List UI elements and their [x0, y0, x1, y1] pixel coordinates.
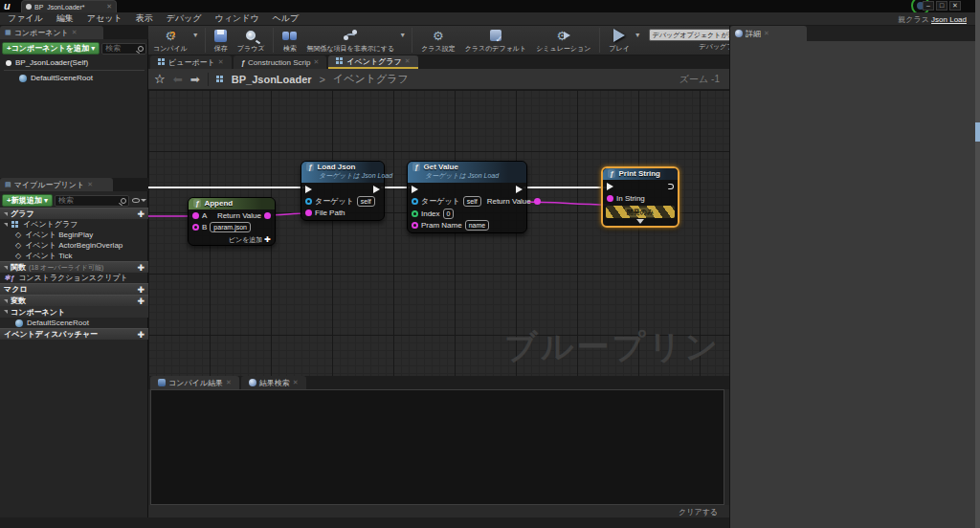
- tab-compiler-results[interactable]: コンパイル結果 ✕: [150, 376, 239, 389]
- section-event-dispatchers[interactable]: イベントディスパッチャー ✚: [0, 328, 148, 340]
- exec-out-pin[interactable]: [373, 186, 380, 193]
- pin-return-value[interactable]: [534, 198, 541, 205]
- section-variables[interactable]: 変数 ✚: [0, 295, 148, 306]
- myblueprint-search[interactable]: [55, 195, 129, 207]
- pin-index-value[interactable]: 0: [443, 209, 455, 219]
- play-options-caret[interactable]: ▼: [635, 32, 641, 38]
- node-append[interactable]: ƒAppend A Return Value B param.json ピンを追…: [188, 197, 276, 246]
- menu-asset[interactable]: アセット: [87, 12, 122, 25]
- visibility-filter-button[interactable]: [131, 195, 146, 207]
- menu-debug[interactable]: デバッグ: [167, 12, 202, 25]
- details-tab[interactable]: 詳細 ✕: [730, 26, 807, 41]
- menu-edit[interactable]: 編集: [56, 12, 74, 25]
- clear-button[interactable]: クリアする: [679, 507, 718, 517]
- add-component-button[interactable]: +コンポーネントを追加 ▾: [2, 42, 100, 55]
- myblueprint-search-input[interactable]: [56, 196, 128, 205]
- find-button[interactable]: 検索: [278, 26, 301, 55]
- pin-in-string[interactable]: [607, 195, 613, 202]
- section-functions[interactable]: 関数 (18 オーバーライド可能) ✚: [0, 261, 148, 273]
- pin-b[interactable]: [192, 224, 199, 231]
- add-pin-button[interactable]: ピンを追加 ✚: [229, 235, 271, 245]
- favorite-star-icon[interactable]: ☆: [154, 72, 166, 86]
- hide-unrelated-button[interactable]: 無関係な項目を非表示にする: [301, 26, 399, 55]
- tree-row-sceneroot[interactable]: DefaultSceneRoot: [0, 72, 148, 84]
- exec-in-pin[interactable]: [305, 186, 312, 193]
- maximize-button[interactable]: □: [936, 1, 947, 11]
- node-header[interactable]: ƒLoad Json ターゲットは Json Load: [301, 162, 384, 183]
- close-icon[interactable]: ✕: [764, 30, 769, 37]
- exec-out-pin[interactable]: [516, 186, 523, 193]
- pin-target-value[interactable]: self: [357, 196, 375, 207]
- item-event-tick[interactable]: ◇ イベント Tick: [0, 251, 148, 261]
- pin-param-value[interactable]: name: [465, 220, 490, 231]
- browse-button[interactable]: ブラウズ: [233, 26, 270, 55]
- compiler-results-output[interactable]: [150, 389, 724, 505]
- simulate-button[interactable]: ⚙ シミュレーション: [531, 26, 595, 55]
- add-dispatcher-icon[interactable]: ✚: [137, 330, 145, 340]
- menu-window[interactable]: ウィンドウ: [215, 12, 259, 25]
- components-tab[interactable]: ▦ コンポーネント ✕: [0, 26, 103, 39]
- breadcrumb-current[interactable]: イベントグラフ: [333, 72, 409, 86]
- blueprint-canvas[interactable]: ブループリント ƒAppend A Return Value: [148, 90, 729, 376]
- node-header[interactable]: ƒAppend: [189, 198, 275, 209]
- compile-button[interactable]: ⚙? コンパイル: [148, 26, 192, 55]
- close-icon[interactable]: ✕: [87, 181, 93, 188]
- menu-help[interactable]: ヘルプ: [273, 12, 300, 25]
- tab-find-results[interactable]: 結果検索 ✕: [241, 376, 306, 389]
- subsection-components[interactable]: コンポーネント: [0, 306, 148, 318]
- exec-in-pin[interactable]: [607, 183, 613, 190]
- pin-return-value[interactable]: [264, 212, 271, 219]
- close-icon[interactable]: ✕: [226, 379, 232, 386]
- class-defaults-button[interactable]: クラスのデフォルト: [460, 26, 531, 55]
- add-new-button[interactable]: +新規追加 ▾: [2, 194, 53, 207]
- add-variable-icon[interactable]: ✚: [137, 297, 145, 306]
- asset-tab[interactable]: BP_JsonLoader* ✕: [21, 0, 117, 12]
- item-event-actorbeginoverlap[interactable]: ◇ イベント ActorBeginOverlap: [0, 240, 148, 251]
- section-macros[interactable]: マクロ ✚: [0, 283, 148, 295]
- node-print-string[interactable]: ƒPrint String In String 開発のみ: [601, 166, 679, 228]
- section-graphs[interactable]: グラフ ✚: [0, 208, 148, 219]
- tab-event-graph[interactable]: イベントグラフ ✕: [328, 55, 417, 69]
- node-expand-arrow-icon[interactable]: [636, 219, 644, 224]
- add-function-icon[interactable]: ✚: [137, 263, 145, 273]
- myblueprint-tab[interactable]: ▤ マイブループリント ✕: [0, 178, 113, 191]
- hide-unrelated-caret[interactable]: ▼: [399, 32, 406, 38]
- close-icon[interactable]: ✕: [313, 58, 319, 66]
- close-button[interactable]: ✕: [949, 1, 961, 11]
- class-settings-button[interactable]: ⚙ クラス設定: [416, 26, 460, 55]
- node-header[interactable]: ƒPrint String: [603, 168, 678, 180]
- add-graph-icon[interactable]: ✚: [137, 209, 145, 219]
- menu-file[interactable]: ファイル: [8, 12, 43, 25]
- exec-in-pin[interactable]: [412, 186, 418, 193]
- parent-class-link[interactable]: Json Load: [931, 15, 967, 24]
- play-button[interactable]: プレイ: [604, 26, 635, 55]
- forward-arrow-icon[interactable]: ➡: [190, 73, 200, 86]
- compile-options-caret[interactable]: ▼: [192, 32, 199, 38]
- back-arrow-icon[interactable]: ⬅: [173, 73, 183, 86]
- pin-param-name[interactable]: [412, 222, 418, 229]
- close-icon[interactable]: ✕: [293, 379, 299, 386]
- node-get-value[interactable]: ƒGet Value ターゲットは Json Load ターゲット self R…: [407, 161, 527, 233]
- close-icon[interactable]: ✕: [218, 58, 224, 66]
- item-event-graph[interactable]: イベントグラフ: [0, 219, 148, 230]
- save-button[interactable]: 保存: [210, 26, 233, 55]
- breadcrumb-root[interactable]: BP_JsonLoader: [232, 74, 312, 85]
- item-default-scene-root[interactable]: DefaultSceneRoot: [0, 318, 148, 328]
- components-search[interactable]: [101, 43, 146, 55]
- pin-target[interactable]: [412, 198, 418, 205]
- pin-file-path[interactable]: [305, 209, 312, 216]
- exec-out-pin[interactable]: [668, 184, 674, 189]
- item-event-beginplay[interactable]: ◇ イベント BeginPlay: [0, 230, 148, 240]
- pin-b-value-input[interactable]: param.json: [210, 222, 251, 232]
- add-macro-icon[interactable]: ✚: [137, 285, 145, 295]
- pin-a[interactable]: [192, 212, 199, 219]
- pin-target-value[interactable]: self: [463, 196, 481, 207]
- close-icon[interactable]: ✕: [405, 57, 411, 65]
- close-tab-icon[interactable]: ✕: [106, 3, 112, 11]
- menu-view[interactable]: 表示: [136, 12, 153, 25]
- pin-index[interactable]: [412, 210, 418, 217]
- tab-construction-script[interactable]: ƒ Construction Scrip ✕: [234, 55, 327, 69]
- node-load-json[interactable]: ƒLoad Json ターゲットは Json Load ターゲット self F…: [301, 161, 385, 221]
- tab-viewport[interactable]: ビューポート ✕: [150, 55, 232, 69]
- close-icon[interactable]: ✕: [72, 29, 78, 36]
